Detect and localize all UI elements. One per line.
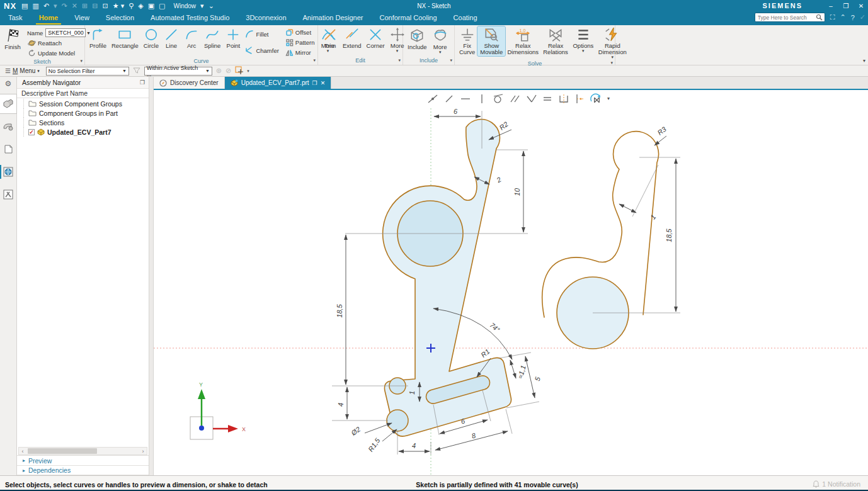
chamfer-button[interactable]: Chamfer [243,45,280,55]
panel-splitter[interactable] [149,77,154,475]
search-icon[interactable] [816,14,823,21]
corner-button[interactable]: Corner [364,26,387,50]
menu-button[interactable]: ☰ MMenu ▾ [3,67,42,74]
dim-radius-slot[interactable]: R1 [479,347,491,359]
create-inferred-constraints-icon[interactable] [590,93,603,104]
favorites-icon[interactable]: ★ ▾ [113,2,124,10]
update-model-button[interactable]: Update Model [26,48,87,58]
scroll-right-icon[interactable]: › [139,448,147,454]
close-button[interactable]: ✕ [857,3,865,9]
extend-button[interactable]: Extend [340,26,364,50]
restore-button[interactable]: ❐ [842,3,850,9]
group-dialog-caret-icon[interactable]: ▾ [450,57,452,64]
options-button[interactable]: Options▾ [571,26,596,54]
fix-curve-button[interactable]: Fix Curve [457,26,477,56]
include-more-button[interactable]: More▾ [430,26,451,55]
tab-selection[interactable]: Selection [98,11,142,25]
tab-new-window-icon[interactable]: ❐ [312,80,317,86]
snap-point-icon[interactable] [235,66,243,76]
ribbon-options-caret-icon[interactable]: ▾ [863,58,865,64]
relax-dimensions-button[interactable]: 1.0 Relax Dimensions [505,26,540,56]
scrollbar-thumb[interactable] [28,448,97,454]
constraint-midpoint-icon[interactable] [573,93,586,104]
tab-home[interactable]: Home [31,11,67,25]
profile-button[interactable]: Profile [87,26,109,50]
dim-height-main[interactable]: 18,5 [336,303,343,317]
tab-automated-testing-studio[interactable]: Automated Testing Studio [142,11,237,25]
part-visibility-checkbox[interactable]: ✓ [28,129,35,135]
offset-button[interactable]: Offset [283,28,317,37]
hole-bottom[interactable] [387,410,408,431]
fillet-button[interactable]: Fillet [243,29,280,39]
expand-arrow-icon[interactable]: ▸ [23,458,25,463]
touch-mode-icon[interactable]: ◈ [138,2,143,10]
command-finder-mic-icon[interactable]: ⚲ [128,2,134,10]
tree-item-sections[interactable]: Sections [17,118,149,127]
rapid-dimension-button[interactable]: Rapid Dimension▾ [596,26,629,60]
sketch-part-left[interactable] [383,120,511,436]
dim-hole-x[interactable]: 4 [412,442,416,449]
preview-section[interactable]: ▸ Preview [17,455,149,465]
constraint-perpendicular-icon[interactable] [524,93,537,104]
print-icon[interactable]: ⊡ [103,2,108,10]
constraint-coincident-icon[interactable] [426,93,439,104]
tab-conformal-cooling[interactable]: Conformal Cooling [372,11,445,25]
circle-button[interactable]: Circle [141,26,161,50]
web-browser-tab[interactable] [0,162,16,181]
save-icon[interactable]: ▤ [21,2,28,10]
dim-width-top[interactable]: 6 [454,108,458,115]
minimize-ribbon-icon[interactable]: ⌃ [840,13,845,21]
reattach-button[interactable]: Reattach [26,38,87,48]
part-navigator-tab[interactable] [0,140,16,159]
assembly-navigator-tab[interactable] [0,94,16,113]
dim-hole-diameter[interactable]: Ø2 [349,426,362,437]
dim-height-knob[interactable]: 10 [513,188,521,196]
search-input[interactable] [758,14,816,21]
command-search[interactable] [755,13,825,22]
sketch-canvas[interactable]: 6 R2 2 10 18,5 4 74° R1 ≈1,1 5 1 Ø2 R1,5… [154,90,868,475]
snap-point-caret-icon[interactable]: ▾ [247,69,249,74]
constraint-vertical-icon[interactable] [475,93,488,104]
window-menu-caret-icon[interactable]: ▾ [200,2,204,10]
scroll-left-icon[interactable]: ‹ [19,448,26,454]
trim-button[interactable]: Trim [320,26,340,50]
relations-toolbar-caret-icon[interactable]: ▾ [607,96,610,101]
tab-animation-designer[interactable]: Animation Designer [295,11,372,25]
dim-radius-knob[interactable]: R2 [498,120,509,132]
tab-view[interactable]: View [66,11,98,25]
sketch-part-right[interactable] [542,132,659,349]
tree-item-session-component-groups[interactable]: Session Component Groups [17,99,149,108]
constraint-point-on-curve-icon[interactable] [442,93,455,104]
roles-tab[interactable] [0,185,16,204]
constraint-tangent-icon[interactable] [491,93,505,104]
tab-3dconnexion[interactable]: 3Dconnexion [237,11,294,25]
dim-ref-thickness[interactable]: ≈1,1 [517,364,527,380]
expand-arrow-icon[interactable]: ▸ [23,468,25,473]
tree-item-updated-ecv-part7[interactable]: ✓ Updated_ECV_Part7 [17,127,149,137]
save-as-icon[interactable]: ▥ [32,2,38,10]
constraint-symmetric-icon[interactable] [557,93,570,104]
help-icon[interactable]: ? [851,14,855,21]
dim-hole-offset[interactable]: 1 [408,391,416,395]
tab-task[interactable]: Task [0,11,31,25]
window-menu[interactable]: Window [174,3,197,9]
undo-icon[interactable]: ↶ [43,2,49,10]
minimize-button[interactable]: – [826,3,835,9]
show-movable-button[interactable]: Show Movable [477,26,505,56]
fullscreen-icon[interactable]: ⛶ [830,13,835,21]
dim-right-thickness[interactable]: 1 [649,213,657,221]
point-button[interactable]: Point [223,26,243,50]
notification-label[interactable]: 1 Notification [822,480,860,488]
tree-item-component-groups-in-part[interactable]: Component Groups in Part [17,108,149,118]
constraint-navigator-tab[interactable] [0,117,16,136]
constraint-parallel-icon[interactable] [508,93,521,104]
dim-hole-spacing[interactable]: 4 [337,403,345,407]
selection-scope-combo[interactable]: Within Active Sketch ...▼ [144,67,212,76]
part-document-tab[interactable]: Updated_ECV_Part7.prt ❐ ✕ [225,77,331,89]
pattern-button[interactable]: Pattern [283,38,317,47]
dim-right-radius-knob[interactable]: R3 [656,125,668,137]
selection-filter-combo[interactable]: No Selection Filter▼ [46,67,129,76]
mirror-button[interactable]: Mirror [283,48,317,57]
dim-right-height[interactable]: 18,5 [665,228,673,242]
group-dialog-caret-icon[interactable]: ▾ [313,57,316,64]
